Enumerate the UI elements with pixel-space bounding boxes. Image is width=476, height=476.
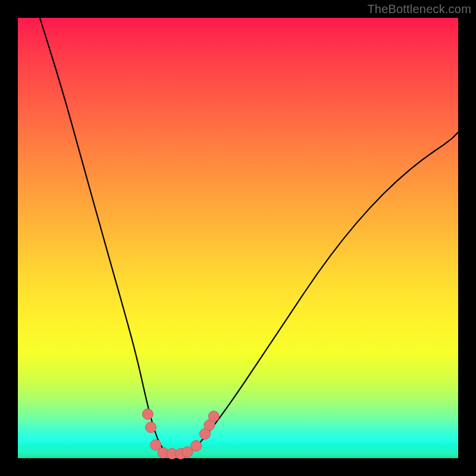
plot-area: [18, 18, 458, 458]
curve-marker: [142, 409, 153, 419]
chart-svg: [18, 18, 458, 458]
curve-marker: [208, 411, 219, 422]
curve-markers: [142, 409, 219, 459]
bottleneck-curve: [40, 18, 458, 454]
curve-marker: [146, 422, 156, 433]
chart-frame: TheBottleneck.com: [0, 0, 476, 476]
watermark-text: TheBottleneck.com: [367, 2, 471, 16]
curve-marker: [191, 440, 202, 451]
